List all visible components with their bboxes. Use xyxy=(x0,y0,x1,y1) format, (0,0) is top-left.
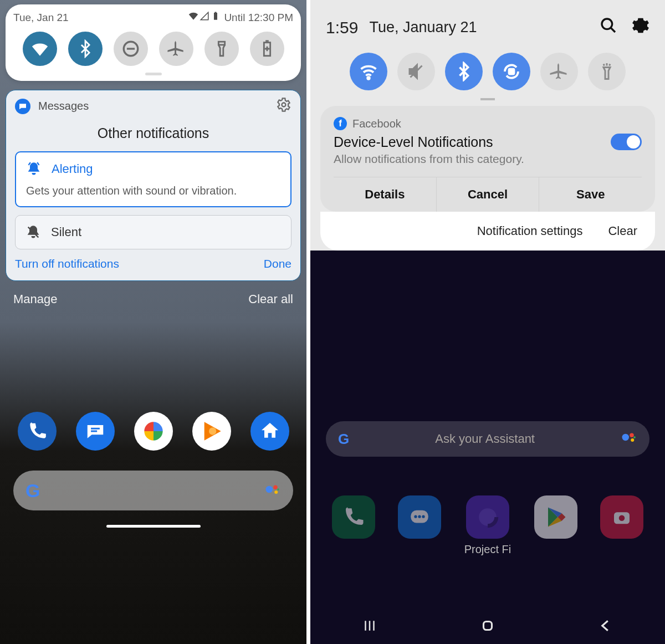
svg-rect-1 xyxy=(215,12,217,13)
messages-app-icon xyxy=(15,99,30,114)
save-button[interactable]: Save xyxy=(539,177,642,212)
airplane-toggle[interactable] xyxy=(540,53,578,90)
notification-card: Messages Other notifications Alerting Ge… xyxy=(6,90,301,281)
done-button[interactable]: Done xyxy=(264,257,291,270)
airplane-toggle[interactable] xyxy=(159,32,193,66)
dnd-toggle[interactable] xyxy=(114,32,148,66)
notification-title: Device-Level Notifications xyxy=(334,134,493,150)
status-date: Tue, Jan 21 xyxy=(13,12,69,24)
home-screen: G Ask your Assistant Project Fi xyxy=(310,277,665,644)
svg-point-11 xyxy=(602,19,612,29)
notification-switch[interactable] xyxy=(611,134,642,150)
battery-saver-toggle[interactable] xyxy=(250,32,284,66)
recents-button[interactable] xyxy=(361,617,378,636)
google-logo: G xyxy=(338,431,349,448)
photos-app-icon[interactable] xyxy=(134,412,173,451)
camera-app-icon[interactable] xyxy=(600,495,643,539)
expand-handle[interactable] xyxy=(480,98,495,100)
rotate-toggle[interactable] xyxy=(493,53,530,90)
svg-point-19 xyxy=(415,515,417,518)
details-button[interactable]: Details xyxy=(334,177,436,212)
quick-settings-panel: 1:59 Tue, January 21 f Facebook Device-L… xyxy=(310,0,665,251)
wifi-toggle[interactable] xyxy=(350,53,387,90)
phone-app-icon[interactable] xyxy=(18,412,57,451)
svg-point-10 xyxy=(277,488,279,490)
alerting-label: Alerting xyxy=(52,162,93,176)
google-logo: G xyxy=(25,480,40,502)
messages-app-icon[interactable] xyxy=(76,412,115,451)
nest-app-icon[interactable] xyxy=(250,412,289,451)
clear-button[interactable]: Clear xyxy=(608,224,637,238)
dock xyxy=(0,401,306,456)
notification-subtitle: Allow notifications from this category. xyxy=(334,152,642,166)
svg-rect-0 xyxy=(214,13,217,20)
app-name: Messages xyxy=(38,100,89,113)
app-name: Facebook xyxy=(352,117,401,130)
assistant-icon xyxy=(621,429,637,449)
samsung-phone: 1:59 Tue, January 21 f Facebook Device-L… xyxy=(310,0,665,644)
home-button[interactable] xyxy=(479,617,496,636)
svg-point-5 xyxy=(282,103,286,107)
turn-off-link[interactable]: Turn off notifications xyxy=(15,257,119,270)
svg-point-9 xyxy=(274,490,278,494)
notification-card: f Facebook Device-Level Notifications Al… xyxy=(320,106,655,212)
assistant-search-bar[interactable]: G Ask your Assistant xyxy=(326,421,649,457)
svg-rect-3 xyxy=(218,42,224,45)
cancel-button[interactable]: Cancel xyxy=(436,177,539,212)
status-bar: Tue, Jan 21 Until 12:30 PM xyxy=(13,11,293,24)
assistant-icon[interactable] xyxy=(264,481,281,500)
browser-app-icon[interactable] xyxy=(466,495,509,539)
svg-point-15 xyxy=(630,433,634,438)
play-store-icon[interactable] xyxy=(534,495,577,539)
play-music-app-icon[interactable] xyxy=(192,412,231,451)
clear-all-button[interactable]: Clear all xyxy=(248,292,293,306)
svg-point-7 xyxy=(266,486,273,493)
settings-icon[interactable] xyxy=(276,97,291,115)
status-date: Tue, January 21 xyxy=(369,19,477,36)
pixel-phone: Tue, Jan 21 Until 12:30 PM Messages Othe… xyxy=(0,0,306,644)
svg-point-21 xyxy=(422,515,425,518)
mute-toggle[interactable] xyxy=(397,53,435,90)
dock: Project Fi xyxy=(310,457,665,556)
facebook-icon: f xyxy=(334,117,347,130)
shade-actions: Manage Clear all xyxy=(13,292,293,306)
manage-button[interactable]: Manage xyxy=(13,292,58,306)
nav-bar xyxy=(310,617,665,636)
option-alerting[interactable]: Alerting Gets your attention with sound … xyxy=(15,151,291,207)
search-icon[interactable] xyxy=(600,17,617,38)
battery-icon xyxy=(211,11,221,24)
flashlight-toggle[interactable] xyxy=(204,32,239,66)
back-button[interactable] xyxy=(597,617,614,636)
flashlight-toggle[interactable] xyxy=(588,53,626,90)
svg-point-8 xyxy=(273,485,278,490)
notification-settings-link[interactable]: Notification settings xyxy=(477,224,583,238)
svg-point-16 xyxy=(631,438,634,442)
messages-app-icon[interactable] xyxy=(398,495,441,539)
wifi-status-icon xyxy=(188,11,198,24)
svg-point-14 xyxy=(622,434,629,441)
svg-point-6 xyxy=(209,427,216,435)
svg-point-12 xyxy=(367,77,370,79)
bell-off-icon xyxy=(25,224,41,240)
search-placeholder: Ask your Assistant xyxy=(435,432,535,446)
dock-label: Project Fi xyxy=(464,543,511,556)
bluetooth-toggle[interactable] xyxy=(445,53,483,90)
notification-header: Messages xyxy=(15,97,291,115)
expand-handle[interactable] xyxy=(145,73,162,75)
option-silent[interactable]: Silent xyxy=(15,215,291,249)
svg-point-20 xyxy=(418,515,421,518)
wifi-toggle[interactable] xyxy=(23,32,57,66)
nav-handle[interactable] xyxy=(106,525,201,528)
svg-rect-27 xyxy=(483,622,492,630)
bluetooth-toggle[interactable] xyxy=(68,32,103,66)
phone-app-icon[interactable] xyxy=(332,495,375,539)
until-label: Until 12:30 PM xyxy=(224,12,293,24)
status-time: 1:59 xyxy=(326,18,358,37)
gear-icon[interactable] xyxy=(632,17,649,38)
quick-settings-panel: Tue, Jan 21 Until 12:30 PM xyxy=(6,4,301,81)
svg-point-17 xyxy=(633,436,636,438)
svg-rect-13 xyxy=(509,69,514,74)
bell-ring-icon xyxy=(26,161,42,177)
google-search-bar[interactable]: G xyxy=(13,471,293,510)
section-title: Other notifications xyxy=(15,125,291,141)
